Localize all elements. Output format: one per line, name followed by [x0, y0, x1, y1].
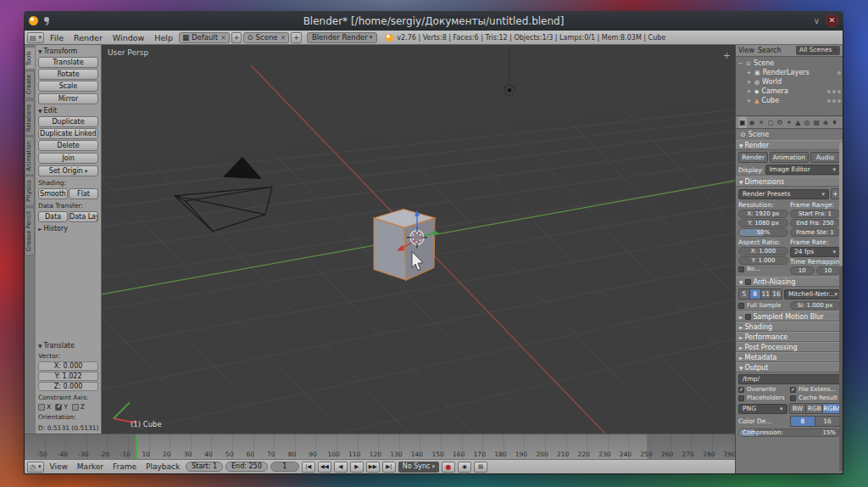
cube-object[interactable]	[374, 209, 435, 280]
menu-render[interactable]: Render	[70, 33, 107, 42]
properties-scrollbar[interactable]	[839, 142, 843, 471]
scene-tab-icon[interactable]: ☀	[758, 117, 765, 128]
expand-icon[interactable]	[746, 70, 752, 76]
start-frame-field[interactable]: Start: 1	[186, 462, 223, 472]
menu-help[interactable]: Help	[150, 33, 177, 42]
previous-keyframe-button[interactable]: ◀◀	[318, 462, 331, 473]
duplicate-linked-button[interactable]: Duplicate Linked	[38, 128, 98, 139]
object-tab-icon[interactable]: ⚙	[776, 117, 783, 128]
outliner-row-camera[interactable]: ◆ Camera	[737, 87, 841, 96]
duplicate-button[interactable]: Duplicate	[38, 116, 98, 127]
tab-relations[interactable]: Relations	[25, 100, 35, 136]
world-tab-icon[interactable]: ◻	[767, 117, 775, 128]
aa-samples-8-button[interactable]: 8	[749, 288, 760, 299]
aa-samples-11-button[interactable]: 11	[760, 288, 771, 299]
flat-button[interactable]: Flat	[69, 188, 98, 199]
restrict-icons[interactable]	[827, 90, 841, 93]
scene-selector[interactable]: ⊙ Scene ×	[243, 32, 289, 43]
viewport-3d[interactable]: User Persp (1) Cube +	[102, 45, 735, 434]
vector-y-field[interactable]: Y: 1.022	[38, 372, 98, 381]
end-frame-prop-field[interactable]: End Fra: 250	[790, 219, 840, 227]
timeline-menu-playback[interactable]: Playback	[142, 462, 183, 471]
timeline-menu-view[interactable]: View	[47, 462, 71, 471]
performance-panel-header[interactable]: Performance	[736, 332, 843, 342]
depth-8-button[interactable]: 8	[790, 416, 815, 427]
expand-icon[interactable]	[746, 88, 752, 95]
expand-icon[interactable]	[746, 98, 752, 104]
modifiers-tab-icon[interactable]: ▲	[794, 117, 801, 128]
window-titlebar[interactable]: Blender* [/home/sergiy/Документы/untitle…	[24, 11, 843, 31]
new-layout-button[interactable]: +	[231, 32, 242, 43]
tab-animation[interactable]: Animation	[25, 137, 35, 176]
outliner-row-world[interactable]: ◍ World	[737, 77, 841, 87]
play-reverse-button[interactable]: ◀	[334, 462, 348, 473]
metadata-panel-header[interactable]: Metadata	[736, 352, 843, 362]
record-button[interactable]: ●	[442, 462, 455, 473]
timeline-menu-frame[interactable]: Frame	[109, 462, 140, 471]
render-animation-button[interactable]: Animation	[770, 152, 808, 163]
outliner-menu-view[interactable]: View	[738, 47, 754, 54]
play-button[interactable]: ▶	[350, 462, 364, 473]
unlink-layout-icon[interactable]: ×	[220, 34, 226, 42]
overwrite-checkbox[interactable]: Overwrite	[738, 386, 788, 393]
viewport-canvas[interactable]	[102, 45, 735, 434]
resolution-y-field[interactable]: Y: 1080 px	[738, 219, 788, 227]
constraints-tab-icon[interactable]: ✦	[786, 117, 793, 128]
menu-window[interactable]: Window	[108, 33, 148, 42]
restrict-icons[interactable]	[837, 71, 841, 75]
shading-panel-header[interactable]: Shading	[736, 322, 843, 332]
tab-create[interactable]: Create	[25, 70, 35, 98]
close-window-button[interactable]: ✕	[826, 14, 838, 27]
antialiasing-panel-header[interactable]: Anti-Aliasing	[736, 277, 843, 287]
keying-set-button[interactable]: ▤	[474, 462, 487, 473]
motion-blur-panel-header[interactable]: Sampled Motion Blur	[736, 311, 843, 322]
scale-button[interactable]: Scale	[38, 81, 98, 92]
post-processing-panel-header[interactable]: Post Processing	[736, 342, 843, 352]
output-panel-header[interactable]: Output	[736, 362, 843, 372]
compression-slider[interactable]: Compression: 15%	[738, 428, 840, 437]
transform-panel-header[interactable]: Transform	[38, 48, 98, 55]
aspect-x-field[interactable]: X: 1.000	[738, 247, 788, 255]
file-extensions-checkbox[interactable]: File Extens...	[790, 386, 840, 393]
cache-result-checkbox[interactable]: Cache Result	[790, 395, 840, 401]
constraint-z-checkbox[interactable]: Z	[72, 403, 85, 411]
placeholders-checkbox[interactable]: Placeholders	[738, 395, 788, 401]
translate-button[interactable]: Translate	[38, 57, 98, 68]
antialiasing-checkbox[interactable]	[745, 279, 751, 285]
delete-button[interactable]: Delete	[38, 140, 98, 151]
aspect-y-field[interactable]: Y: 1.000	[738, 256, 788, 265]
timeline-ruler[interactable]: -50 -40 -30 -20 -10 10 20 30 40 50 60 70…	[25, 434, 735, 459]
vector-z-field[interactable]: Z: 0.000	[38, 382, 98, 391]
remap-new-field[interactable]: 10	[816, 266, 841, 275]
menu-file[interactable]: File	[46, 33, 68, 42]
tab-grease-pencil[interactable]: Grease Pencil	[25, 207, 35, 255]
outliner-menu-search[interactable]: Search	[758, 47, 781, 54]
jump-to-end-button[interactable]: ▶|	[382, 462, 396, 473]
render-image-button[interactable]: Render	[738, 152, 768, 163]
rgb-button[interactable]: RGB	[805, 403, 822, 414]
timeline-editor-type-button[interactable]: ◷	[27, 462, 44, 473]
aa-filter-dropdown[interactable]: Mitchell-Netr...	[784, 289, 840, 299]
frame-step-field[interactable]: Frame Ste: 1	[790, 228, 840, 237]
file-format-dropdown[interactable]: PNG	[738, 404, 787, 414]
new-scene-button[interactable]: +	[291, 32, 302, 43]
edit-panel-header[interactable]: Edit	[38, 107, 98, 115]
outliner-display-dropdown[interactable]: All Scenes	[796, 46, 840, 55]
start-frame-prop-field[interactable]: Start Fra: 1	[790, 210, 840, 218]
render-audio-button[interactable]: Audio	[810, 152, 840, 163]
expand-icon[interactable]	[746, 79, 752, 86]
data-tab-icon[interactable]: ◍	[803, 117, 810, 128]
resolution-x-field[interactable]: X: 1920 px	[738, 210, 788, 218]
set-origin-dropdown[interactable]: Set Origin	[38, 165, 98, 176]
tab-physics[interactable]: Physics	[25, 176, 35, 206]
material-tab-icon[interactable]: ▦	[812, 117, 821, 128]
motion-blur-checkbox[interactable]	[745, 314, 751, 320]
jump-to-start-button[interactable]: |◀	[302, 462, 315, 473]
outliner-row-scene[interactable]: ⊙ Scene	[737, 59, 841, 68]
end-frame-field[interactable]: End: 250	[225, 462, 268, 472]
properties-region-toggle[interactable]: +	[723, 50, 731, 61]
aa-samples-16-button[interactable]: 16	[771, 288, 782, 299]
constraint-x-checkbox[interactable]: X	[38, 403, 51, 411]
display-mode-dropdown[interactable]: Image Editor	[765, 165, 840, 175]
output-path-field[interactable]: /tmp/	[738, 374, 840, 384]
